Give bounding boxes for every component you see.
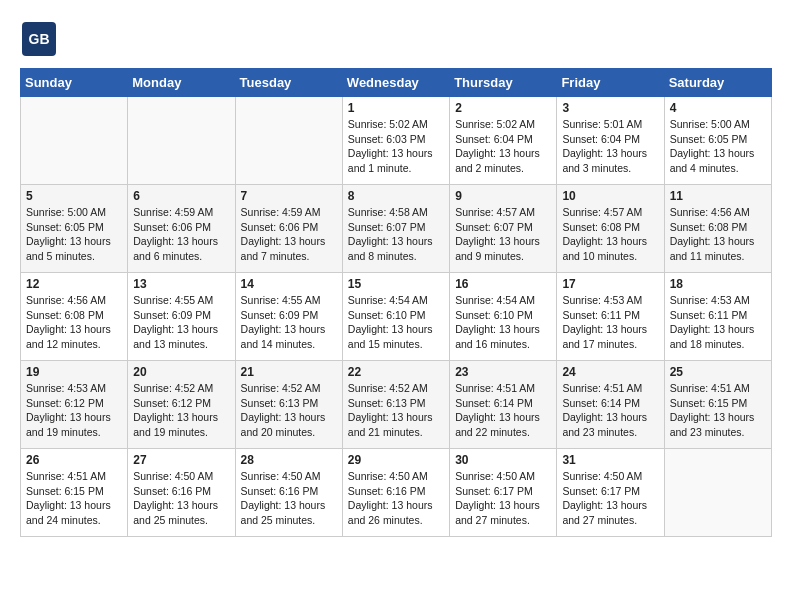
calendar-cell: 9Sunrise: 4:57 AM Sunset: 6:07 PM Daylig… [450,185,557,273]
day-number: 18 [670,277,766,291]
calendar-cell [664,449,771,537]
day-number: 7 [241,189,337,203]
day-content: Sunrise: 4:51 AM Sunset: 6:15 PM Dayligh… [670,381,766,440]
calendar-cell: 26Sunrise: 4:51 AM Sunset: 6:15 PM Dayli… [21,449,128,537]
calendar-week-row: 5Sunrise: 5:00 AM Sunset: 6:05 PM Daylig… [21,185,772,273]
day-content: Sunrise: 4:50 AM Sunset: 6:17 PM Dayligh… [562,469,658,528]
day-number: 21 [241,365,337,379]
day-number: 1 [348,101,444,115]
day-number: 5 [26,189,122,203]
day-content: Sunrise: 4:55 AM Sunset: 6:09 PM Dayligh… [241,293,337,352]
calendar-table: SundayMondayTuesdayWednesdayThursdayFrid… [20,68,772,537]
day-number: 31 [562,453,658,467]
day-content: Sunrise: 4:53 AM Sunset: 6:11 PM Dayligh… [562,293,658,352]
day-content: Sunrise: 4:58 AM Sunset: 6:07 PM Dayligh… [348,205,444,264]
day-number: 11 [670,189,766,203]
calendar-cell: 15Sunrise: 4:54 AM Sunset: 6:10 PM Dayli… [342,273,449,361]
calendar-cell: 24Sunrise: 4:51 AM Sunset: 6:14 PM Dayli… [557,361,664,449]
day-content: Sunrise: 4:53 AM Sunset: 6:12 PM Dayligh… [26,381,122,440]
calendar-cell: 16Sunrise: 4:54 AM Sunset: 6:10 PM Dayli… [450,273,557,361]
calendar-cell: 10Sunrise: 4:57 AM Sunset: 6:08 PM Dayli… [557,185,664,273]
day-content: Sunrise: 5:02 AM Sunset: 6:04 PM Dayligh… [455,117,551,176]
calendar-cell: 17Sunrise: 4:53 AM Sunset: 6:11 PM Dayli… [557,273,664,361]
weekday-header: Wednesday [342,69,449,97]
calendar-cell [128,97,235,185]
day-number: 23 [455,365,551,379]
day-content: Sunrise: 4:50 AM Sunset: 6:16 PM Dayligh… [133,469,229,528]
day-content: Sunrise: 4:53 AM Sunset: 6:11 PM Dayligh… [670,293,766,352]
day-content: Sunrise: 4:50 AM Sunset: 6:17 PM Dayligh… [455,469,551,528]
calendar-week-row: 26Sunrise: 4:51 AM Sunset: 6:15 PM Dayli… [21,449,772,537]
day-number: 25 [670,365,766,379]
day-number: 26 [26,453,122,467]
calendar-cell: 2Sunrise: 5:02 AM Sunset: 6:04 PM Daylig… [450,97,557,185]
day-number: 13 [133,277,229,291]
day-content: Sunrise: 4:51 AM Sunset: 6:15 PM Dayligh… [26,469,122,528]
calendar-cell: 19Sunrise: 4:53 AM Sunset: 6:12 PM Dayli… [21,361,128,449]
calendar-cell: 28Sunrise: 4:50 AM Sunset: 6:16 PM Dayli… [235,449,342,537]
day-content: Sunrise: 4:55 AM Sunset: 6:09 PM Dayligh… [133,293,229,352]
day-number: 10 [562,189,658,203]
calendar-cell: 14Sunrise: 4:55 AM Sunset: 6:09 PM Dayli… [235,273,342,361]
calendar-cell: 27Sunrise: 4:50 AM Sunset: 6:16 PM Dayli… [128,449,235,537]
calendar-cell: 20Sunrise: 4:52 AM Sunset: 6:12 PM Dayli… [128,361,235,449]
page-header: GB [20,20,772,58]
day-number: 27 [133,453,229,467]
calendar-cell [21,97,128,185]
calendar-week-row: 12Sunrise: 4:56 AM Sunset: 6:08 PM Dayli… [21,273,772,361]
day-number: 3 [562,101,658,115]
calendar-cell: 21Sunrise: 4:52 AM Sunset: 6:13 PM Dayli… [235,361,342,449]
calendar-cell: 4Sunrise: 5:00 AM Sunset: 6:05 PM Daylig… [664,97,771,185]
day-content: Sunrise: 5:00 AM Sunset: 6:05 PM Dayligh… [26,205,122,264]
day-number: 29 [348,453,444,467]
day-content: Sunrise: 4:50 AM Sunset: 6:16 PM Dayligh… [241,469,337,528]
weekday-header: Thursday [450,69,557,97]
day-content: Sunrise: 4:51 AM Sunset: 6:14 PM Dayligh… [562,381,658,440]
day-number: 8 [348,189,444,203]
day-number: 4 [670,101,766,115]
day-content: Sunrise: 5:00 AM Sunset: 6:05 PM Dayligh… [670,117,766,176]
day-content: Sunrise: 4:51 AM Sunset: 6:14 PM Dayligh… [455,381,551,440]
calendar-cell: 3Sunrise: 5:01 AM Sunset: 6:04 PM Daylig… [557,97,664,185]
svg-text:GB: GB [29,31,50,47]
day-number: 12 [26,277,122,291]
weekday-header: Tuesday [235,69,342,97]
calendar-cell: 12Sunrise: 4:56 AM Sunset: 6:08 PM Dayli… [21,273,128,361]
day-number: 14 [241,277,337,291]
day-number: 9 [455,189,551,203]
calendar-cell: 11Sunrise: 4:56 AM Sunset: 6:08 PM Dayli… [664,185,771,273]
calendar-cell: 31Sunrise: 4:50 AM Sunset: 6:17 PM Dayli… [557,449,664,537]
calendar-cell: 7Sunrise: 4:59 AM Sunset: 6:06 PM Daylig… [235,185,342,273]
day-number: 6 [133,189,229,203]
calendar-cell: 8Sunrise: 4:58 AM Sunset: 6:07 PM Daylig… [342,185,449,273]
calendar-week-row: 19Sunrise: 4:53 AM Sunset: 6:12 PM Dayli… [21,361,772,449]
day-content: Sunrise: 5:02 AM Sunset: 6:03 PM Dayligh… [348,117,444,176]
day-number: 16 [455,277,551,291]
day-content: Sunrise: 4:59 AM Sunset: 6:06 PM Dayligh… [241,205,337,264]
day-content: Sunrise: 4:56 AM Sunset: 6:08 PM Dayligh… [670,205,766,264]
calendar-cell: 22Sunrise: 4:52 AM Sunset: 6:13 PM Dayli… [342,361,449,449]
day-number: 15 [348,277,444,291]
calendar-cell: 13Sunrise: 4:55 AM Sunset: 6:09 PM Dayli… [128,273,235,361]
day-content: Sunrise: 4:59 AM Sunset: 6:06 PM Dayligh… [133,205,229,264]
day-content: Sunrise: 4:52 AM Sunset: 6:12 PM Dayligh… [133,381,229,440]
day-number: 22 [348,365,444,379]
day-content: Sunrise: 4:57 AM Sunset: 6:07 PM Dayligh… [455,205,551,264]
calendar-cell: 23Sunrise: 4:51 AM Sunset: 6:14 PM Dayli… [450,361,557,449]
weekday-header: Sunday [21,69,128,97]
weekday-header: Friday [557,69,664,97]
logo-icon: GB [20,20,58,58]
day-content: Sunrise: 5:01 AM Sunset: 6:04 PM Dayligh… [562,117,658,176]
day-content: Sunrise: 4:54 AM Sunset: 6:10 PM Dayligh… [348,293,444,352]
day-content: Sunrise: 4:50 AM Sunset: 6:16 PM Dayligh… [348,469,444,528]
day-number: 30 [455,453,551,467]
day-number: 20 [133,365,229,379]
weekday-header: Monday [128,69,235,97]
day-content: Sunrise: 4:54 AM Sunset: 6:10 PM Dayligh… [455,293,551,352]
day-number: 28 [241,453,337,467]
calendar-cell: 25Sunrise: 4:51 AM Sunset: 6:15 PM Dayli… [664,361,771,449]
day-content: Sunrise: 4:52 AM Sunset: 6:13 PM Dayligh… [241,381,337,440]
day-number: 24 [562,365,658,379]
calendar-cell: 29Sunrise: 4:50 AM Sunset: 6:16 PM Dayli… [342,449,449,537]
logo: GB [20,20,62,58]
